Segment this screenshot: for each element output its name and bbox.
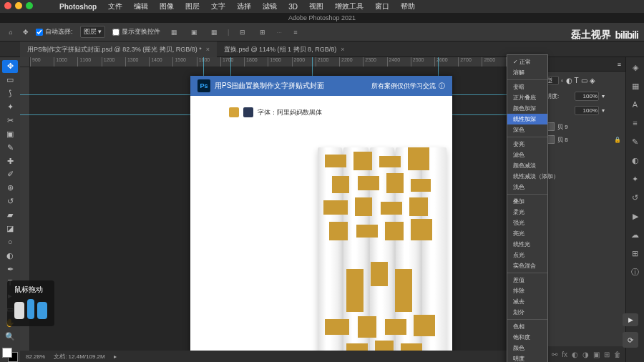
close-tab-icon[interactable]: × (206, 46, 210, 53)
info-panel-icon[interactable]: ⓘ (630, 266, 641, 278)
show-transform-check[interactable]: 显示变换控件 (112, 27, 160, 36)
filter-adjust-icon[interactable]: ◐ (566, 77, 572, 84)
blend-lightercolor[interactable]: 浅色 (507, 182, 547, 192)
close-window[interactable] (4, 2, 11, 9)
bili-loop-icon[interactable]: ⟳ (623, 332, 638, 348)
adjustments-panel-icon[interactable]: ◐ (630, 155, 641, 166)
frame-tool[interactable]: ▣ (2, 127, 18, 140)
blend-lighten[interactable]: 变亮 (507, 139, 547, 150)
libraries-panel-icon[interactable]: ☁ (630, 229, 641, 240)
lock-icon[interactable]: 🔒 (614, 137, 621, 143)
filter-smart-icon[interactable]: ◈ (590, 77, 595, 84)
artboard[interactable]: Ps 用PS扭曲置换制作文字拼贴式封面 所有案例仅供学习交流 ⓘ 字体：阿里妈妈… (190, 76, 452, 362)
blend-hue[interactable]: 色相 (507, 321, 547, 332)
menu-view[interactable]: 视图 (304, 1, 328, 11)
mask-icon[interactable]: ◐ (572, 351, 578, 358)
blend-pinlight[interactable]: 点光 (507, 250, 547, 260)
gradient-tool[interactable]: ◪ (2, 222, 18, 235)
filter-image-icon[interactable]: ▫ (561, 77, 564, 84)
blend-linearlight[interactable]: 线性光 (507, 239, 547, 250)
close-tab-icon[interactable]: × (341, 46, 344, 53)
blend-linearburn[interactable]: 线性加深 (507, 114, 547, 124)
blend-colorburn[interactable]: 颜色加深 (507, 103, 547, 114)
stamp-tool[interactable]: ⊛ (2, 182, 18, 195)
history-brush-tool[interactable]: ↺ (2, 195, 18, 208)
menu-image[interactable]: 图像 (155, 1, 179, 11)
dodge-tool[interactable]: ◐ (2, 249, 18, 262)
move-tool[interactable]: ✥ (2, 60, 18, 73)
opacity-input[interactable] (575, 92, 599, 101)
blur-tool[interactable]: ○ (2, 235, 18, 248)
paragraph-panel-icon[interactable]: ≡ (630, 117, 641, 129)
blend-multiply[interactable]: 正片叠底 (507, 92, 547, 103)
document-tab-1[interactable]: 用PS制作文字拼贴式封面.psd @ 82.3% (摇光 拷贝, RGB/8) … (20, 41, 217, 57)
swatches-panel-icon[interactable]: ▦ (630, 80, 641, 92)
blend-dissolve[interactable]: 溶解 (507, 67, 547, 78)
blend-difference[interactable]: 差值 (507, 275, 547, 285)
blend-luminosity[interactable]: 明度 (507, 353, 547, 362)
menu-help[interactable]: 帮助 (396, 1, 420, 11)
zoom-level[interactable]: 82.28% (26, 353, 45, 360)
menu-3d[interactable]: 3D (283, 3, 303, 11)
bili-play-icon[interactable]: ▶ (623, 313, 638, 326)
wand-tool[interactable]: ✦ (2, 101, 18, 114)
filter-shape-icon[interactable]: ▭ (581, 77, 587, 84)
menu-type[interactable]: 文字 (206, 1, 230, 11)
align-center-icon[interactable]: ▣ (187, 26, 200, 39)
menu-layer[interactable]: 图层 (180, 1, 205, 11)
lasso-tool[interactable]: ⟆ (2, 87, 18, 100)
doc-info[interactable]: 文档: 12.4M/109.2M (54, 353, 105, 361)
blend-darkercolor[interactable]: 深色 (507, 124, 547, 135)
properties-panel-icon[interactable]: ⊞ (630, 248, 641, 259)
delete-icon[interactable]: 🗑 (614, 351, 621, 358)
fill-slider-icon[interactable]: ▾ (602, 107, 605, 114)
brushes-panel-icon[interactable]: ✎ (630, 136, 641, 147)
new-layer-icon[interactable]: ⊞ (604, 351, 610, 358)
blend-color[interactable]: 颜色 (507, 343, 547, 353)
menu-plugins[interactable]: 增效工具 (330, 1, 369, 11)
canvas-area[interactable]: 900 1000 1100 1200 1300 1400 1500 1600 1… (20, 57, 530, 362)
blend-saturation[interactable]: 饱和度 (507, 332, 547, 343)
auto-select-target[interactable]: 图层 ▾ (80, 26, 106, 38)
blend-exclusion[interactable]: 排除 (507, 285, 547, 296)
fx-icon[interactable]: fx (562, 351, 567, 358)
blend-overlay[interactable]: 叠加 (507, 196, 547, 207)
ruler-origin[interactable] (20, 57, 30, 67)
blend-screen[interactable]: 滤色 (507, 150, 547, 160)
history-panel-icon[interactable]: ↺ (630, 192, 641, 203)
fill-input[interactable] (575, 106, 599, 115)
group-icon[interactable]: ▣ (593, 351, 600, 358)
align-more-icon[interactable]: ≡ (289, 26, 302, 39)
blend-hardlight[interactable]: 强光 (507, 217, 547, 228)
adjustment-icon[interactable]: ◑ (582, 351, 589, 358)
align-left-icon[interactable]: ▦ (167, 26, 180, 39)
healing-tool[interactable]: ✚ (2, 155, 18, 167)
eraser-tool[interactable]: ▰ (2, 209, 18, 222)
brush-tool[interactable]: ✐ (2, 168, 18, 181)
filter-text-icon[interactable]: T (575, 77, 579, 84)
menu-file[interactable]: 文件 (103, 1, 127, 11)
color-panel-icon[interactable]: ◈ (630, 62, 641, 73)
3d-mode-icon[interactable]: ⊞ (256, 26, 269, 39)
blend-mode-menu[interactable]: 正常 溶解 变暗 正片叠底 颜色加深 线性加深 深色 变亮 滤色 颜色减淡 线性… (507, 54, 548, 362)
horizontal-ruler[interactable]: 900 1000 1100 1200 1300 1400 1500 1600 1… (30, 57, 530, 67)
menu-edit[interactable]: 编辑 (129, 1, 153, 11)
opacity-slider-icon[interactable]: ▾ (602, 93, 605, 99)
auto-select-check[interactable]: 自动选择: (36, 27, 73, 36)
blend-softlight[interactable]: 柔光 (507, 207, 547, 217)
distribute-icon[interactable]: ⊟ (236, 26, 249, 39)
blend-divide[interactable]: 划分 (507, 307, 547, 318)
blend-hardmix[interactable]: 实色混合 (507, 260, 547, 271)
crop-tool[interactable]: ✂ (2, 114, 18, 127)
align-right-icon[interactable]: ▦ (208, 26, 220, 39)
maximize-window[interactable] (26, 2, 33, 9)
menu-select[interactable]: 选择 (232, 1, 256, 11)
blend-darken[interactable]: 变暗 (507, 82, 547, 92)
panel-menu-icon[interactable]: ≡ (618, 61, 621, 68)
menu-filter[interactable]: 滤镜 (258, 1, 282, 11)
blend-lineardodge[interactable]: 线性减淡（添加） (507, 171, 547, 182)
fg-color[interactable] (2, 348, 12, 358)
status-arrow-icon[interactable]: ▸ (114, 353, 117, 360)
pen-tool[interactable]: ✒ (2, 263, 18, 275)
blend-normal[interactable]: 正常 (507, 57, 547, 67)
